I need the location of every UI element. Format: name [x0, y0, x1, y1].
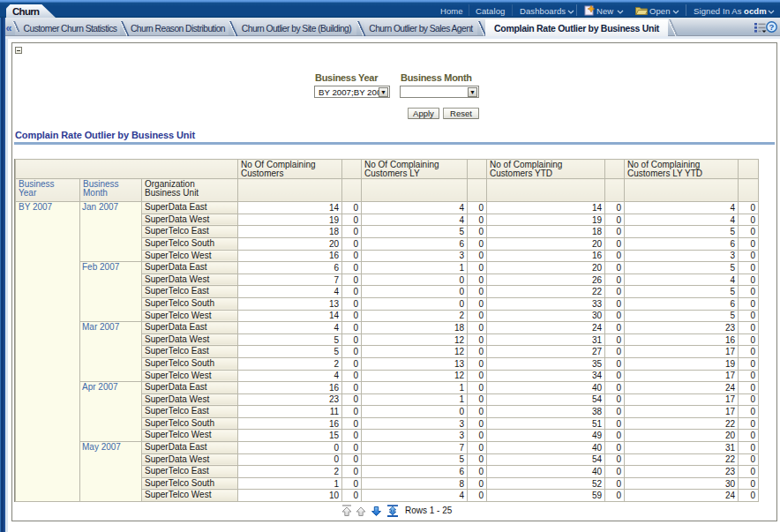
svg-text:?: ? [769, 22, 775, 32]
